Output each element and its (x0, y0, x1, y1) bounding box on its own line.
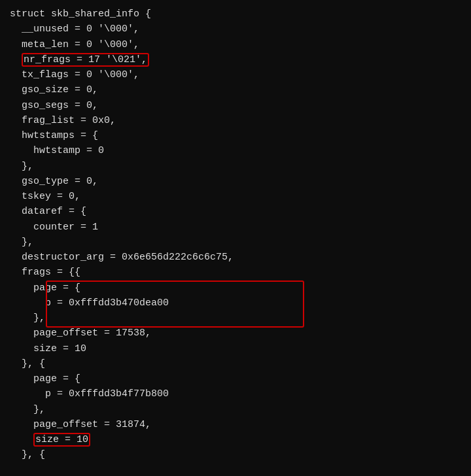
size-highlight: size = 10 (33, 433, 90, 447)
line-page-offset2: page_offset = 31874, (10, 417, 461, 432)
line-hwtstamps-close: }, (10, 159, 461, 174)
line-nr-frags: nr_frags = 17 '\021', (10, 52, 461, 67)
line-page2-open: page = { (10, 371, 461, 386)
code-container: struct skb_shared_info { __unused = 0 '\… (0, 0, 471, 476)
line-dataref: dataref = { (10, 204, 461, 219)
line-gso-size: gso_size = 0, (10, 82, 461, 97)
line-gso-type: gso_type = 0, (10, 174, 461, 189)
line-struct: struct skb_shared_info { (10, 7, 461, 22)
line-frags-sep: }, { (10, 356, 461, 371)
line-meta-len: meta_len = 0 '\000', (10, 37, 461, 52)
line-page-close: }, (10, 311, 461, 326)
line-size1: size = 10 (10, 341, 461, 356)
line-hwtstamp: hwtstamp = 0 (10, 143, 461, 158)
line-page-offset1: page_offset = 17538, (10, 326, 461, 341)
line-page2-p: p = 0xfffdd3b4f77b800 (10, 386, 461, 401)
page-block-wrapper: page = { p = 0xfffdd3b470dea00 }, (10, 280, 461, 326)
line-tskey: tskey = 0, (10, 189, 461, 204)
line-tx-flags: tx_flags = 0 '\000', (10, 67, 461, 82)
line-frag-list: frag_list = 0x0, (10, 113, 461, 128)
line-counter: counter = 1 (10, 220, 461, 235)
line-unused: __unused = 0 '\000', (10, 22, 461, 37)
line-frags-end: }, { (10, 447, 461, 462)
line-page-p: p = 0xfffdd3b470dea00 (10, 296, 461, 311)
line-size2: size = 10 (10, 432, 461, 447)
line-frags-open: frags = {{ (10, 265, 461, 280)
line-hwtstamps: hwtstamps = { (10, 128, 461, 143)
line-gso-segs: gso_segs = 0, (10, 98, 461, 113)
line-destructor: destructor_arg = 0x6e656d222c6c6c75, (10, 250, 461, 265)
line-page2-close: }, (10, 402, 461, 417)
line-page-open: page = { (10, 280, 461, 296)
nr-frags-highlight: nr_frags = 17 '\021', (22, 53, 149, 67)
line-dataref-close: }, (10, 235, 461, 250)
